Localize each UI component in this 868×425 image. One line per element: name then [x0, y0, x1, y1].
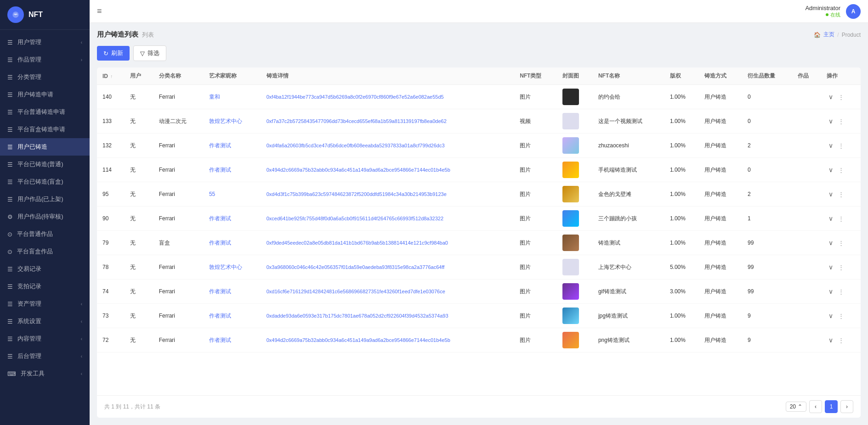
- sidebar-item-works-mgmt[interactable]: ☰ 作品管理 ›: [0, 51, 90, 68]
- cell-actions: ∨ ⋮: [821, 134, 861, 158]
- prev-page-button[interactable]: ‹: [809, 400, 822, 413]
- cell-nft-type: 图片: [514, 280, 557, 304]
- cell-user: 无: [125, 255, 153, 280]
- expand-button[interactable]: ∨: [827, 141, 835, 150]
- sidebar-item-user-minted[interactable]: ☰ 用户已铸造: [0, 138, 90, 156]
- more-actions-button[interactable]: ⋮: [836, 312, 846, 320]
- mint-detail-link[interactable]: 0xced641be925fc755d48f0d0a6a5cb0f915611d…: [267, 216, 443, 221]
- breadcrumb-home-link[interactable]: 主页: [823, 31, 834, 39]
- col-actions: 操作: [821, 67, 861, 85]
- mint-detail-link[interactable]: 0xdadde93da6e0593e317b175dc7801ae678a052…: [267, 313, 448, 319]
- page-size-select[interactable]: 20 ⌃: [786, 402, 806, 412]
- expand-button[interactable]: ∨: [827, 238, 835, 247]
- table-row: 73 无 Ferrari 作者测试 0xdadde93da6e0593e317b…: [97, 304, 861, 328]
- mint-detail-link[interactable]: 0x494d2c6669a75b32abb0c934a6c451a149a9ad…: [267, 337, 450, 343]
- sidebar-item-dev-tools[interactable]: ⌨ 开发工具 ‹: [0, 365, 90, 382]
- col-mint-method: 铸造方式: [699, 67, 742, 85]
- more-actions-button[interactable]: ⋮: [836, 166, 846, 174]
- mint-detail-link[interactable]: 0xf7a37c2b57258435477096dd73b4cecd655ef6…: [267, 118, 447, 124]
- cell-artist: 作者测试: [204, 231, 261, 255]
- table-row: 90 无 Ferrari 作者测试 0xced641be925fc755d48f…: [97, 207, 861, 231]
- col-derivatives: 衍生品数量: [742, 67, 792, 85]
- menu-icon-auction: ☰: [7, 283, 13, 290]
- menu-icon-blind-works: ⊙: [7, 248, 12, 255]
- sidebar-item-backend-mgmt[interactable]: ☰ 后台管理 ‹: [0, 347, 90, 365]
- cell-works: [792, 304, 821, 328]
- cell-id: 95: [97, 182, 125, 207]
- cell-mint-detail: 0xd4d3f1c75b399ba623c597484623872f5200dd…: [261, 182, 514, 207]
- more-actions-button[interactable]: ⋮: [836, 336, 846, 345]
- sidebar-item-content-mgmt[interactable]: ☰ 内容管理 ‹: [0, 330, 90, 347]
- sidebar-item-user-works-listed[interactable]: ☰ 用户作品(已上架): [0, 190, 90, 208]
- mint-detail-link[interactable]: 0x494d2c6669a75b32abb0c934a6c451a149a9ad…: [267, 167, 450, 173]
- sidebar-item-platform-blind[interactable]: ☰ 平台盲盒铸造申请: [0, 121, 90, 138]
- sidebar-item-user-works-review[interactable]: ⚙ 用户作品(待审核): [0, 208, 90, 225]
- sidebar-item-system-settings[interactable]: ☰ 系统设置 ‹: [0, 313, 90, 330]
- expand-button[interactable]: ∨: [827, 117, 835, 126]
- cell-mint-method: 用户铸造: [699, 280, 742, 304]
- cell-nft-type: 图片: [514, 182, 557, 207]
- cell-royalty: 1.00%: [664, 85, 699, 109]
- refresh-button[interactable]: ↻ 刷新: [97, 46, 130, 61]
- menu-icon-content: ☰: [7, 336, 13, 342]
- page-content: 用户铸造列表 列表 🏠 主页 / Product ↻ 刷新 ▽ 筛选: [90, 23, 868, 425]
- mint-detail-link[interactable]: 0x3a968060c046c46c42e056357f01da59e0aede…: [267, 264, 445, 270]
- expand-button[interactable]: ∨: [827, 190, 835, 199]
- sidebar-item-trade-records[interactable]: ☰ 交易记录: [0, 260, 90, 278]
- cell-user: 无: [125, 182, 153, 207]
- expand-button[interactable]: ∨: [827, 165, 835, 174]
- sidebar-item-category[interactable]: ☰ 分类管理: [0, 68, 90, 86]
- expand-button[interactable]: ∨: [827, 336, 835, 345]
- mint-detail-link[interactable]: 0xd4fa6a20603fb5cd3ce47d5b6dce0fb608eeab…: [267, 143, 445, 148]
- sidebar-item-platform-normal[interactable]: ☰ 平台普通铸造申请: [0, 103, 90, 121]
- menu-icon-system: ☰: [7, 318, 13, 325]
- cell-mint-method: 用户铸造: [699, 207, 742, 231]
- sidebar-item-auction-records[interactable]: ☰ 竞拍记录: [0, 278, 90, 295]
- menu-icon-normal-works: ⊙: [7, 231, 12, 238]
- cell-royalty: 1.00%: [664, 304, 699, 328]
- expand-button[interactable]: ∨: [827, 311, 835, 320]
- sidebar-item-platform-normal-works[interactable]: ⊙ 平台普通作品: [0, 225, 90, 243]
- sidebar-item-platform-minted-blind[interactable]: ☰ 平台已铸造(盲盒): [0, 173, 90, 190]
- cover-image: [562, 235, 579, 251]
- cell-mint-detail: 0xf9ded45eedec02a8e05db81da141b1bd676b9a…: [261, 231, 514, 255]
- sidebar-item-user-mint-apply[interactable]: ☰ 用户铸造申请: [0, 86, 90, 103]
- cell-derivatives: 99: [742, 255, 792, 280]
- cell-artist: 作者测试: [204, 134, 261, 158]
- mint-detail-link[interactable]: 0xf9ded45eedec02a8e05db81da141b1bd676b9a…: [267, 240, 448, 246]
- more-actions-button[interactable]: ⋮: [836, 287, 846, 296]
- mint-detail-link[interactable]: 0xd16cf6e716129d142842481c6e568696682735…: [267, 289, 445, 294]
- cell-mint-method: 用户铸造: [699, 158, 742, 182]
- mint-detail-link[interactable]: 0xf4ba12f1944be773ca947d5b6269a8c0f2e697…: [267, 94, 444, 100]
- sidebar-item-asset-mgmt[interactable]: ☰ 资产管理 ‹: [0, 295, 90, 313]
- chevron-up-icon: ⌃: [798, 403, 802, 410]
- page-1-button[interactable]: 1: [825, 400, 838, 413]
- more-actions-button[interactable]: ⋮: [836, 214, 846, 223]
- mint-detail-link[interactable]: 0xd4d3f1c75b399ba623c597484623872f5200dd…: [267, 191, 447, 197]
- next-page-button[interactable]: ›: [840, 400, 853, 413]
- expand-button[interactable]: ∨: [827, 92, 835, 101]
- filter-button[interactable]: ▽ 筛选: [133, 45, 166, 61]
- cell-royalty: 1.00%: [664, 328, 699, 352]
- avatar[interactable]: A: [846, 4, 861, 19]
- pagination-bar: 共 1 到 11，共计 11 条 20 ⌃ ‹ 1 ›: [97, 395, 861, 418]
- expand-button[interactable]: ∨: [827, 263, 835, 272]
- sidebar-item-platform-minted-normal[interactable]: ☰ 平台已铸造(普通): [0, 156, 90, 173]
- more-actions-button[interactable]: ⋮: [836, 239, 846, 247]
- menu-icon-dev: ⌨: [7, 370, 16, 377]
- menu-toggle-button[interactable]: ≡: [97, 6, 102, 16]
- more-actions-button[interactable]: ⋮: [836, 141, 846, 150]
- expand-button[interactable]: ∨: [827, 287, 835, 296]
- expand-button[interactable]: ∨: [827, 214, 835, 223]
- more-actions-button[interactable]: ⋮: [836, 117, 846, 126]
- more-actions-button[interactable]: ⋮: [836, 190, 846, 199]
- col-works: 作品: [792, 67, 821, 85]
- cell-mint-detail: 0x494d2c6669a75b32abb0c934a6c451a149a9ad…: [261, 158, 514, 182]
- sidebar-item-platform-blind-works[interactable]: ⊙ 平台盲盒作品: [0, 243, 90, 260]
- more-actions-button[interactable]: ⋮: [836, 93, 846, 101]
- sidebar-item-user-mgmt[interactable]: ☰ 用户管理 ‹: [0, 34, 90, 51]
- cell-id: 78: [97, 255, 125, 280]
- cell-royalty: 1.00%: [664, 207, 699, 231]
- chevron-left-icon-system: ‹: [81, 319, 82, 324]
- more-actions-button[interactable]: ⋮: [836, 263, 846, 272]
